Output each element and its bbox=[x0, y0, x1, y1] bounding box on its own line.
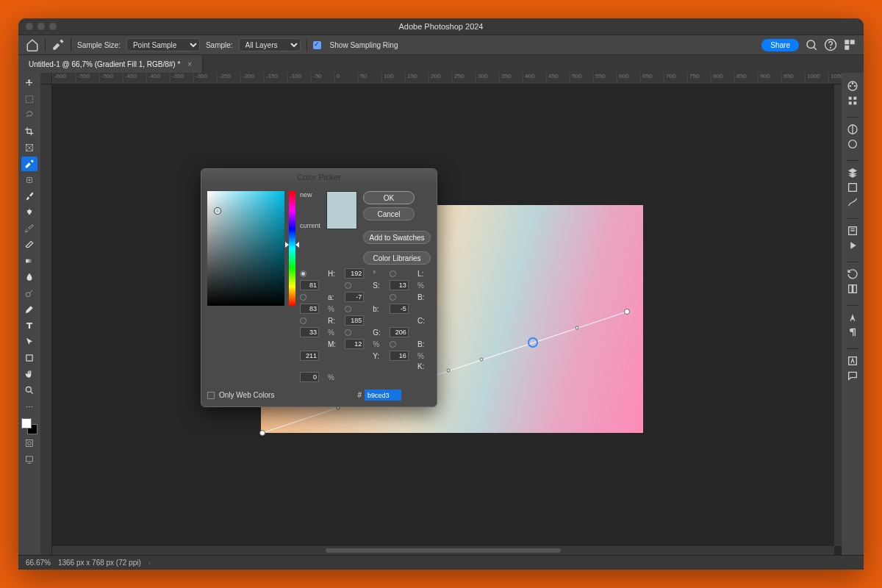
ok-button[interactable]: OK bbox=[363, 191, 415, 204]
layers-panel-icon[interactable] bbox=[847, 167, 858, 179]
sample-select[interactable]: All Layers bbox=[239, 38, 301, 51]
l-input[interactable] bbox=[300, 280, 319, 290]
brush-tool[interactable] bbox=[21, 189, 37, 204]
hex-input[interactable] bbox=[365, 390, 401, 401]
status-chevron-icon[interactable]: › bbox=[148, 559, 151, 567]
path-select-tool[interactable] bbox=[21, 334, 37, 349]
glyphs-panel-icon[interactable] bbox=[847, 355, 858, 367]
search-icon[interactable] bbox=[805, 38, 818, 51]
color-libraries-button[interactable]: Color Libraries bbox=[363, 251, 431, 265]
lasso-tool[interactable] bbox=[21, 108, 37, 123]
frame-tool[interactable] bbox=[21, 140, 37, 155]
libraries-panel-icon[interactable] bbox=[847, 283, 858, 295]
only-web-colors-checkbox[interactable] bbox=[207, 392, 215, 399]
close-tab-icon[interactable]: × bbox=[187, 60, 192, 68]
scrollbar-horizontal[interactable] bbox=[52, 546, 834, 555]
saturation-value-field[interactable] bbox=[207, 191, 284, 306]
share-button[interactable]: Share bbox=[761, 39, 799, 51]
spot-heal-tool[interactable] bbox=[21, 173, 37, 187]
move-tool[interactable] bbox=[21, 76, 37, 90]
l-radio[interactable] bbox=[390, 270, 396, 277]
sv-cursor[interactable] bbox=[215, 208, 220, 214]
styles-panel-icon[interactable] bbox=[847, 138, 858, 150]
doc-info[interactable]: 1366 px x 768 px (72 ppi) bbox=[58, 559, 141, 567]
gradient-tool[interactable] bbox=[21, 254, 37, 268]
c-input[interactable] bbox=[300, 327, 319, 337]
show-sampling-ring-checkbox[interactable] bbox=[313, 41, 321, 49]
b-input[interactable] bbox=[390, 304, 409, 314]
bright-radio[interactable] bbox=[390, 294, 396, 301]
crop-tool[interactable] bbox=[21, 124, 37, 139]
ruler-horizontal[interactable]: -600-550-500-450-400-350-300-250-200-150… bbox=[52, 73, 842, 85]
marquee-tool[interactable] bbox=[21, 92, 37, 107]
cancel-button[interactable]: Cancel bbox=[363, 207, 415, 220]
add-to-swatches-button[interactable]: Add to Swatches bbox=[363, 231, 431, 244]
blue-radio[interactable] bbox=[390, 341, 396, 348]
history-brush-tool[interactable] bbox=[21, 221, 37, 236]
titlebar[interactable]: Adobe Photoshop 2024 bbox=[18, 18, 864, 35]
help-icon[interactable] bbox=[824, 38, 837, 51]
gradient-midpoint[interactable] bbox=[576, 326, 579, 330]
sat-input[interactable] bbox=[390, 280, 409, 290]
blue-input[interactable] bbox=[300, 351, 319, 361]
zoom-tool[interactable] bbox=[21, 383, 37, 398]
shape-tool[interactable] bbox=[21, 351, 37, 365]
actions-panel-icon[interactable] bbox=[847, 240, 858, 251]
a-input[interactable] bbox=[345, 292, 364, 302]
paragraph-panel-icon[interactable] bbox=[847, 326, 858, 338]
gradient-stop-selected[interactable] bbox=[528, 337, 538, 348]
blur-tool[interactable] bbox=[21, 270, 37, 284]
color-swatches[interactable] bbox=[21, 418, 37, 434]
hue-slider[interactable] bbox=[289, 191, 295, 306]
gradient-endpoint-start[interactable] bbox=[259, 430, 265, 436]
k-input[interactable] bbox=[300, 372, 319, 382]
home-icon[interactable] bbox=[26, 38, 39, 51]
y-input[interactable] bbox=[390, 351, 409, 361]
ruler-origin[interactable] bbox=[40, 73, 52, 85]
sample-size-select[interactable]: Point Sample bbox=[126, 38, 200, 51]
r-input[interactable] bbox=[345, 315, 364, 326]
character-panel-icon[interactable] bbox=[847, 312, 858, 323]
bright-input[interactable] bbox=[300, 304, 319, 314]
color-panel-icon[interactable] bbox=[847, 80, 858, 92]
pen-tool[interactable] bbox=[21, 302, 37, 317]
workspace-icon[interactable] bbox=[843, 38, 856, 51]
gradient-endpoint-end[interactable] bbox=[624, 309, 630, 315]
clone-stamp-tool[interactable] bbox=[21, 205, 37, 220]
type-tool[interactable] bbox=[21, 318, 37, 333]
g-radio[interactable] bbox=[345, 329, 351, 336]
g-input[interactable] bbox=[390, 327, 409, 337]
window-controls[interactable] bbox=[26, 23, 57, 30]
color-picker-dialog[interactable]: Color Picker new current bbox=[201, 168, 437, 407]
adjustments-panel-icon[interactable] bbox=[847, 123, 858, 135]
properties-panel-icon[interactable] bbox=[847, 225, 858, 237]
eyedropper-tool[interactable] bbox=[21, 157, 37, 171]
color-picker-titlebar[interactable]: Color Picker bbox=[201, 169, 437, 185]
a-radio[interactable] bbox=[300, 294, 306, 301]
dodge-tool[interactable] bbox=[21, 286, 37, 301]
channels-panel-icon[interactable] bbox=[847, 182, 858, 193]
m-input[interactable] bbox=[345, 339, 364, 349]
canvas[interactable]: -600-550-500-450-400-350-300-250-200-150… bbox=[40, 73, 842, 555]
hand-tool[interactable] bbox=[21, 367, 37, 381]
history-panel-icon[interactable] bbox=[847, 268, 858, 280]
comments-panel-icon[interactable] bbox=[847, 370, 858, 381]
hue-input[interactable] bbox=[345, 268, 364, 279]
hue-radio[interactable] bbox=[300, 270, 306, 277]
document-tab[interactable]: Untitled-1 @ 66,7% (Gradient Fill 1, RGB… bbox=[18, 55, 203, 73]
gradient-midpoint[interactable] bbox=[447, 369, 451, 373]
zoom-level[interactable]: 66.67% bbox=[26, 559, 51, 567]
paths-panel-icon[interactable] bbox=[847, 196, 858, 208]
ruler-vertical[interactable] bbox=[40, 85, 52, 555]
eraser-tool[interactable] bbox=[21, 237, 37, 252]
r-radio[interactable] bbox=[300, 318, 306, 324]
scrollbar-vertical[interactable] bbox=[834, 85, 842, 546]
eyedropper-icon[interactable] bbox=[51, 38, 65, 51]
sat-radio[interactable] bbox=[345, 282, 351, 289]
screen-mode-toggle[interactable] bbox=[21, 452, 37, 467]
quick-mask-toggle[interactable] bbox=[21, 436, 37, 451]
gradient-midpoint[interactable] bbox=[480, 358, 484, 362]
b-radio[interactable] bbox=[345, 306, 351, 312]
swatches-panel-icon[interactable] bbox=[847, 95, 858, 107]
edit-toolbar[interactable]: ⋯ bbox=[21, 399, 37, 414]
